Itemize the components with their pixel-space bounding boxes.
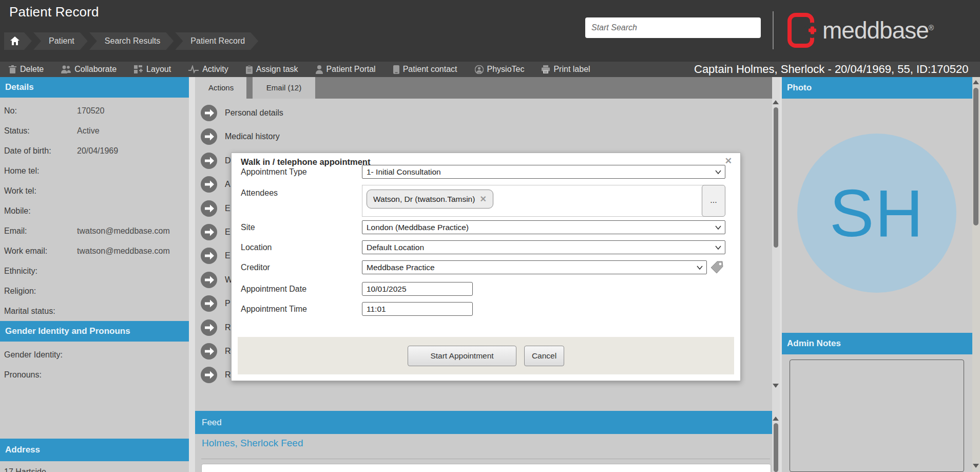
appointment-type-select[interactable]: 1- Initial Consultation	[362, 165, 725, 179]
tab-bar: Actions Email (12)	[195, 77, 772, 99]
admin-notes-textarea[interactable]	[790, 360, 964, 472]
arrow-circle-icon	[200, 295, 218, 312]
scroll-up-arrow[interactable]	[973, 80, 979, 84]
scroll-up-arrow[interactable]	[773, 100, 779, 104]
breadcrumb-patient-record[interactable]: Patient Record	[175, 32, 258, 50]
action-item[interactable]: E	[200, 246, 230, 266]
detail-row-email: Email:twatson@meddbase.com	[4, 221, 189, 241]
location-value: Default Location	[367, 243, 424, 252]
home-icon	[10, 36, 20, 45]
detail-label: Pronouns:	[4, 370, 86, 380]
action-medical-history[interactable]: Medical history	[200, 127, 280, 146]
action-item[interactable]: D	[200, 151, 231, 171]
scrollbar-thumb[interactable]	[774, 423, 778, 472]
attendees-field[interactable]: Watson, Dr (twatson.Tamsin) ✕	[362, 185, 716, 217]
cancel-button[interactable]: Cancel	[524, 346, 564, 366]
action-item[interactable]: R	[200, 318, 231, 337]
action-item[interactable]: A	[200, 175, 230, 194]
delete-button[interactable]: Delete	[0, 65, 52, 74]
detail-label: Marital status:	[4, 307, 77, 316]
arrow-circle-icon	[200, 366, 218, 384]
action-label: E	[225, 251, 230, 260]
meddbase-logo-icon	[786, 12, 818, 48]
start-appointment-button[interactable]: Start Appointment	[408, 346, 516, 366]
print-label-button[interactable]: Print label	[533, 65, 599, 74]
page-title: Patient Record	[9, 4, 99, 20]
address-line: 17 Hartside	[0, 461, 189, 472]
patient-portal-label: Patient Portal	[326, 65, 376, 74]
tab-actions[interactable]: Actions	[195, 77, 246, 99]
patient-contact-button[interactable]: Patient contact	[385, 65, 466, 74]
attendee-chip-label: Watson, Dr (twatson.Tamsin)	[373, 195, 475, 204]
photo-header: Photo	[782, 77, 972, 99]
main-scrollbar[interactable]	[772, 99, 780, 411]
breadcrumb: Patient Search Results Patient Record	[4, 32, 260, 50]
detail-row-work-email: Work email:twatson@meddbase.com	[4, 241, 189, 261]
walk-in-appointment-dialog: Walk in / telephone appointment ✕ Appoin…	[231, 153, 741, 381]
remove-attendee-icon[interactable]: ✕	[479, 194, 486, 204]
patient-portal-button[interactable]: Patient Portal	[307, 65, 385, 74]
action-item[interactable]: P	[200, 294, 230, 313]
dialog-footer: Start Appointment Cancel	[238, 337, 734, 374]
attendees-browse-button[interactable]: ...	[702, 185, 725, 217]
toolbar: Delete Collaborate Layout Activity	[0, 62, 980, 77]
detail-label: Status:	[4, 126, 77, 136]
appointment-time-label: Appointment Time	[241, 302, 307, 316]
attendee-chip[interactable]: Watson, Dr (twatson.Tamsin) ✕	[367, 190, 493, 209]
activity-label: Activity	[202, 65, 228, 74]
tab-email[interactable]: Email (12)	[253, 77, 315, 99]
layout-button[interactable]: Layout	[125, 65, 180, 74]
price-tag-icon[interactable]	[710, 260, 724, 274]
action-item[interactable]: R	[200, 365, 231, 385]
detail-row-pronouns: Pronouns:	[4, 365, 189, 385]
assign-task-button[interactable]: Assign task	[237, 65, 307, 74]
site-value: London (Meddbase Practice)	[367, 223, 469, 232]
brand-name: meddbase®	[822, 16, 933, 44]
activity-button[interactable]: Activity	[180, 65, 237, 74]
action-label: E	[225, 228, 230, 237]
creditor-select[interactable]: Meddbase Practice	[362, 260, 707, 274]
trash-icon	[9, 65, 16, 74]
site-select[interactable]: London (Meddbase Practice)	[362, 220, 725, 234]
action-label: E	[225, 204, 230, 213]
appointment-time-input[interactable]	[362, 302, 473, 316]
scroll-up-arrow[interactable]	[773, 417, 779, 421]
chevron-down-icon	[696, 264, 703, 271]
breadcrumb-patient[interactable]: Patient	[33, 32, 88, 50]
detail-row-work-tel: Work tel:	[4, 181, 189, 201]
action-item[interactable]: W	[200, 270, 233, 290]
detail-row-mobile: Mobile:	[4, 201, 189, 221]
detail-label: Gender Identity:	[4, 350, 86, 360]
search-input[interactable]	[585, 17, 761, 38]
feed-scrollbar[interactable]	[772, 415, 780, 472]
detail-row-no: No:170520	[4, 101, 189, 121]
printer-icon	[542, 65, 550, 73]
action-item[interactable]: E	[200, 199, 230, 218]
action-item[interactable]: E	[200, 222, 230, 242]
admin-notes-header: Admin Notes	[782, 333, 972, 354]
collaborate-button[interactable]: Collaborate	[52, 65, 125, 74]
detail-row-dob: Date of birth:20/04/1969	[4, 141, 189, 161]
close-icon[interactable]: ✕	[725, 156, 732, 166]
arrow-circle-icon	[200, 200, 218, 217]
scroll-down-arrow[interactable]	[773, 384, 779, 388]
location-select[interactable]: Default Location	[362, 240, 725, 254]
chevron-down-icon	[715, 224, 722, 231]
detail-row-home-tel: Home tel:	[4, 161, 189, 181]
appointment-type-label: Appointment Type	[241, 165, 307, 179]
sidebar-resizer[interactable]	[189, 77, 195, 472]
arrow-circle-icon	[200, 128, 218, 145]
scroll-down-arrow[interactable]	[973, 464, 979, 468]
feed-subtitle[interactable]: Holmes, Sherlock Feed	[202, 438, 303, 449]
scrollbar-thumb[interactable]	[774, 107, 778, 248]
detail-value: 170520	[77, 106, 104, 116]
page-scrollbar[interactable]	[972, 77, 980, 472]
appointment-date-input[interactable]	[362, 282, 473, 296]
breadcrumb-home[interactable]	[4, 32, 32, 50]
action-item[interactable]: R	[200, 342, 231, 361]
scrollbar-thumb[interactable]	[973, 88, 978, 225]
gender-pronouns-header: Gender Identity and Pronouns	[0, 321, 189, 342]
breadcrumb-search-results[interactable]: Search Results	[89, 32, 174, 50]
action-personal-details[interactable]: Personal details	[200, 103, 283, 123]
physiotec-button[interactable]: PhysioTec	[466, 65, 533, 74]
